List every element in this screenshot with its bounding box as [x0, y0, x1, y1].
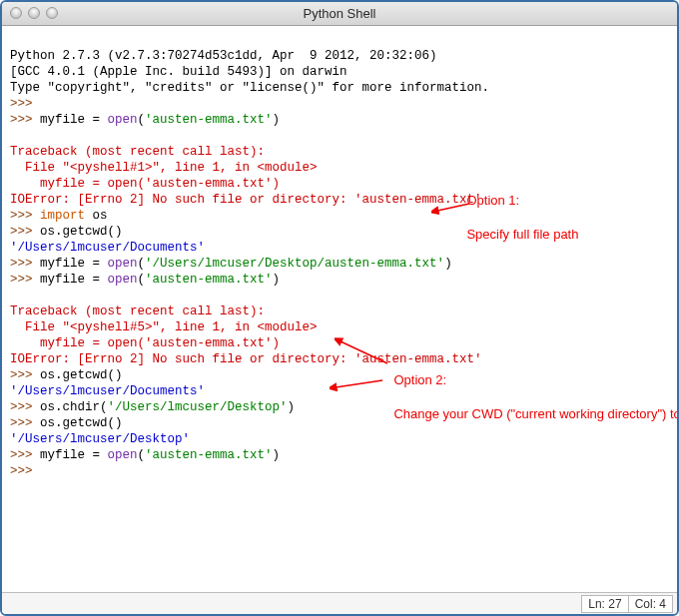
annotation-text: Option 2:	[393, 372, 446, 387]
output-line: '/Users/lmcuser/Documents'	[10, 241, 205, 255]
traceback-line: myfile = open('austen-emma.txt')	[10, 336, 280, 350]
status-line: Ln: 27	[581, 595, 628, 613]
code-line: >>> os.getcwd()	[10, 416, 123, 430]
annotation-option1: Option 1: Specify full file path	[452, 176, 662, 260]
window-title: Python Shell	[304, 6, 376, 21]
code-line: >>> myfile = open('/Users/lmcuser/Deskto…	[10, 257, 452, 271]
traceback-line: File "<pyshell#5>", line 1, in <module>	[10, 320, 318, 334]
close-button[interactable]	[10, 7, 22, 19]
terminal-content[interactable]: Python 2.7.3 (v2.7.3:70274d53c1dd, Apr 9…	[2, 26, 677, 592]
code-line: >>> os.getcwd()	[10, 368, 123, 382]
traceback-line: File "<pyshell#1>", line 1, in <module>	[10, 161, 318, 175]
code-line: >>> myfile = open('austen-emma.txt')	[10, 273, 280, 287]
arrow-icon	[330, 377, 384, 392]
output-line: '/Users/lmcuser/Desktop'	[10, 432, 190, 446]
traceback-line: myfile = open('austen-emma.txt')	[10, 177, 280, 191]
code-line: >>> os.getcwd()	[10, 225, 123, 239]
annotation-option2: Option 2: Change your CWD ("current work…	[379, 355, 639, 439]
traffic-lights	[10, 7, 58, 19]
minimize-button[interactable]	[28, 7, 40, 19]
annotation-text: Change your CWD ("current working direct…	[393, 406, 677, 421]
banner-line: Python 2.7.3 (v2.7.3:70274d53c1dd, Apr 9…	[10, 49, 444, 63]
code-line: >>> os.chdir('/Users/lmcuser/Desktop')	[10, 400, 295, 414]
status-column: Col: 4	[628, 595, 673, 613]
code-line: >>> myfile = open('austen-emma.txt')	[10, 448, 280, 462]
traceback-line: Traceback (most recent call last):	[10, 305, 265, 318]
statusbar: Ln: 27 Col: 4	[2, 592, 677, 614]
traceback-line: IOError: [Errno 2] No such file or direc…	[10, 193, 482, 207]
titlebar: Python Shell	[2, 2, 677, 26]
prompt: >>>	[10, 97, 40, 111]
svg-line-2	[336, 380, 382, 387]
zoom-button[interactable]	[46, 7, 58, 19]
annotation-text: Option 1:	[466, 193, 519, 208]
output-line: '/Users/lmcuser/Documents'	[10, 384, 205, 398]
prompt: >>>	[10, 464, 40, 478]
banner-line: [GCC 4.0.1 (Apple Inc. build 5493)] on d…	[10, 65, 347, 79]
annotation-text: Specify full file path	[466, 227, 578, 242]
traceback-line: Traceback (most recent call last):	[10, 145, 265, 159]
banner-line: Type "copyright", "credits" or "license(…	[10, 81, 489, 95]
code-line: >>> myfile = open('austen-emma.txt')	[10, 113, 280, 127]
code-line: >>> import os	[10, 209, 108, 223]
